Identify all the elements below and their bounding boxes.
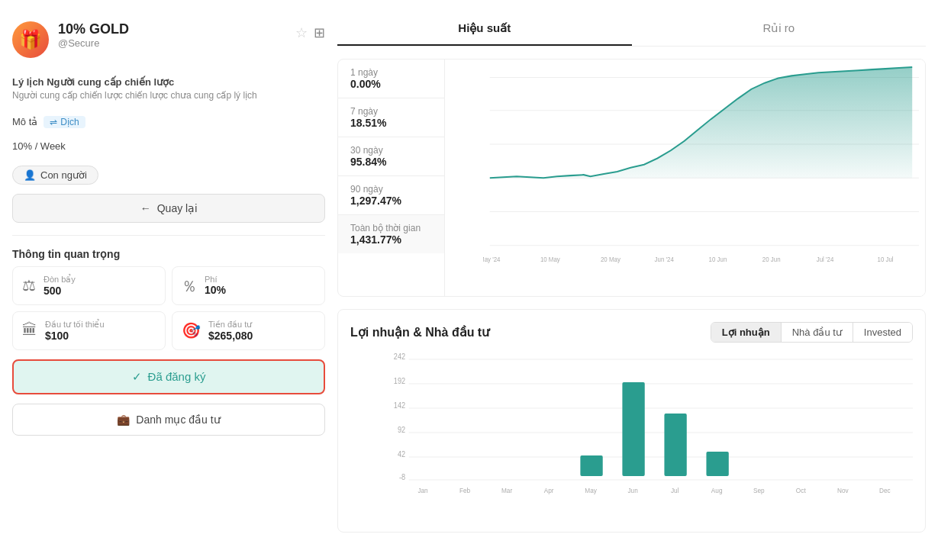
header-actions: ☆ ⊞ bbox=[295, 21, 325, 41]
period-90day-label: 90 ngày bbox=[350, 184, 432, 195]
header-info: 10% GOLD @Secure bbox=[58, 21, 286, 49]
svg-text:May '24: May '24 bbox=[483, 256, 501, 264]
header-card: 🎁 10% GOLD @Secure ☆ ⊞ bbox=[12, 12, 325, 64]
bio-section: Lý lịch Người cung cấp chiến lược Người … bbox=[12, 73, 325, 102]
bio-title: Lý lịch Người cung cấp chiến lược bbox=[12, 76, 325, 88]
svg-text:20 May: 20 May bbox=[601, 256, 621, 264]
dich-label: Dịch bbox=[60, 117, 79, 127]
period-30day[interactable]: 30 ngày 95.84% bbox=[338, 137, 444, 176]
bar-chart-area: 242 192 142 92 42 -8 bbox=[350, 352, 913, 520]
svg-text:Jul: Jul bbox=[671, 487, 679, 494]
period-1day-value: 0.00% bbox=[350, 78, 432, 90]
profit-tab-invested[interactable]: Invested bbox=[853, 323, 912, 342]
profit-header: Lợi nhuận & Nhà đầu tư Lợi nhuận Nhà đầu… bbox=[350, 322, 913, 343]
important-section: Thông tin quan trọng ⚖ Đòn bẩy 500 ％ Phí… bbox=[12, 248, 325, 350]
bio-desc: Người cung cấp chiến lược chiến lược chư… bbox=[12, 89, 325, 102]
period-30day-label: 30 ngày bbox=[350, 145, 432, 156]
invest-amount-value: $265,080 bbox=[208, 330, 253, 342]
main-tabs: Hiệu suất Rủi ro bbox=[337, 12, 926, 47]
back-label: Quay lại bbox=[157, 202, 198, 214]
person-badge-container: 👤 Con người bbox=[12, 161, 325, 185]
registered-button[interactable]: ✓ Đã đăng ký bbox=[12, 359, 325, 394]
person-badge: 👤 Con người bbox=[12, 166, 98, 185]
period-7day-label: 7 ngày bbox=[350, 106, 432, 117]
period-30day-value: 95.84% bbox=[350, 156, 432, 168]
check-icon: ✓ bbox=[132, 370, 142, 384]
svg-text:Jan: Jan bbox=[417, 487, 427, 494]
portfolio-label: Danh mục đầu tư bbox=[136, 414, 220, 426]
svg-text:Apr: Apr bbox=[544, 487, 554, 494]
bar-may bbox=[622, 382, 644, 476]
dich-badge[interactable]: ⇌ Dịch bbox=[44, 116, 85, 128]
svg-text:10 Jul: 10 Jul bbox=[878, 256, 894, 264]
profit-tab-nhadautu[interactable]: Nhà đầu tư bbox=[782, 323, 853, 342]
svg-text:Nov: Nov bbox=[837, 487, 849, 494]
portfolio-button[interactable]: 💼 Danh mục đầu tư bbox=[12, 404, 325, 436]
svg-text:Mar: Mar bbox=[501, 487, 512, 494]
tab-hieu-suat[interactable]: Hiệu suất bbox=[337, 12, 632, 46]
person-label: Con người bbox=[40, 169, 87, 181]
period-7day[interactable]: 7 ngày 18.51% bbox=[338, 98, 444, 137]
period-list: 1 ngày 0.00% 7 ngày 18.51% 30 ngày 95.84… bbox=[338, 60, 445, 296]
bar-apr bbox=[580, 455, 602, 476]
profit-section: Lợi nhuận & Nhà đầu tư Lợi nhuận Nhà đầu… bbox=[337, 309, 926, 533]
translate-icon: ⇌ bbox=[50, 117, 57, 127]
svg-text:Jul '24: Jul '24 bbox=[817, 256, 834, 264]
invest-amount-card: 🎯 Tiền đầu tư $265,080 bbox=[172, 311, 325, 350]
leverage-value: 500 bbox=[44, 285, 76, 297]
svg-text:242: 242 bbox=[394, 352, 405, 361]
profit-title: Lợi nhuận & Nhà đầu tư bbox=[350, 325, 489, 340]
tab-rui-ro[interactable]: Rủi ro bbox=[632, 12, 927, 46]
registered-label: Đã đăng ký bbox=[148, 370, 206, 383]
period-alltime[interactable]: Toàn bộ thời gian 1,431.77% bbox=[338, 215, 444, 253]
qr-icon[interactable]: ⊞ bbox=[314, 24, 325, 41]
period-alltime-label: Toàn bộ thời gian bbox=[350, 223, 432, 233]
back-button[interactable]: ← Quay lại bbox=[12, 194, 325, 223]
profit-tab-loinhuận[interactable]: Lợi nhuận bbox=[711, 323, 782, 342]
period-alltime-value: 1,431.77% bbox=[350, 233, 432, 246]
profit-tabs: Lợi nhuận Nhà đầu tư Invested bbox=[711, 322, 913, 343]
period-90day[interactable]: 90 ngày 1,297.47% bbox=[338, 176, 444, 215]
left-panel: 🎁 10% GOLD @Secure ☆ ⊞ Lý lịch Người cun… bbox=[12, 12, 325, 548]
svg-text:-8: -8 bbox=[399, 473, 405, 481]
svg-text:10 Jun: 10 Jun bbox=[709, 256, 727, 264]
mota-row: Mô tả ⇌ Dịch bbox=[12, 116, 325, 128]
svg-text:42: 42 bbox=[398, 450, 405, 459]
svg-text:Jun: Jun bbox=[628, 487, 638, 494]
strategy-title: 10% GOLD bbox=[58, 21, 286, 37]
favorite-icon[interactable]: ☆ bbox=[295, 24, 308, 41]
important-title: Thông tin quan trọng bbox=[12, 248, 325, 260]
svg-text:10 May: 10 May bbox=[540, 256, 561, 264]
period-1day[interactable]: 1 ngày 0.00% bbox=[338, 60, 444, 98]
svg-text:Sep: Sep bbox=[753, 487, 765, 494]
fee-card: ％ Phí 10% bbox=[172, 266, 325, 305]
person-icon: 👤 bbox=[24, 169, 36, 181]
week-rate: 10% / Week bbox=[12, 140, 325, 152]
performance-section: 1 ngày 0.00% 7 ngày 18.51% 30 ngày 95.84… bbox=[337, 59, 926, 297]
fee-value: 10% bbox=[205, 284, 226, 296]
min-invest-card: 🏛 Đầu tư tối thiểu $100 bbox=[12, 311, 166, 350]
svg-text:142: 142 bbox=[394, 401, 405, 410]
min-invest-label: Đầu tư tối thiểu bbox=[45, 320, 105, 330]
svg-text:Feb: Feb bbox=[459, 487, 470, 494]
portfolio-icon: 💼 bbox=[117, 414, 130, 426]
min-invest-value: $100 bbox=[45, 330, 105, 342]
bank-icon: 🏛 bbox=[22, 321, 37, 339]
performance-chart: 1500.00 1000.00 500.00 0.00 -500.00 -100… bbox=[445, 60, 925, 296]
period-90day-value: 1,297.47% bbox=[350, 195, 432, 207]
svg-text:192: 192 bbox=[394, 377, 405, 385]
target-icon: 🎯 bbox=[182, 321, 201, 340]
bar-jul bbox=[706, 452, 728, 476]
info-grid: ⚖ Đòn bẩy 500 ％ Phí 10% 🏛 bbox=[12, 266, 325, 350]
mota-label: Mô tả bbox=[12, 116, 37, 127]
svg-text:20 Jun: 20 Jun bbox=[762, 256, 781, 264]
strategy-subtitle: @Secure bbox=[58, 37, 286, 49]
bar-chart-svg: 242 192 142 92 42 -8 bbox=[381, 352, 913, 504]
svg-text:92: 92 bbox=[398, 426, 405, 434]
period-7day-value: 18.51% bbox=[350, 117, 432, 129]
svg-text:May: May bbox=[585, 487, 597, 494]
leverage-icon: ⚖ bbox=[22, 276, 36, 294]
svg-text:Oct: Oct bbox=[796, 487, 806, 494]
leverage-label: Đòn bẩy bbox=[44, 275, 76, 285]
invest-amount-label: Tiền đầu tư bbox=[208, 320, 253, 330]
